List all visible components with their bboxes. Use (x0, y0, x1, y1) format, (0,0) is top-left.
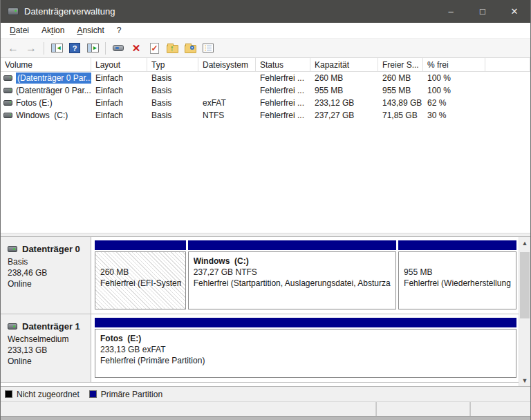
status-bar (1, 401, 530, 416)
column-header-typ[interactable]: Typ (147, 58, 198, 71)
delete-volume-button[interactable]: ✕ (128, 40, 145, 57)
forward-icon: → (26, 43, 37, 54)
volume-prozent-frei: 100 % (423, 86, 485, 95)
volume-status: Fehlerfrei ... (256, 73, 310, 83)
partition-recovery[interactable]: 955 MB Fehlerfrei (Wiederherstellung (398, 240, 516, 309)
forward-button[interactable]: → (23, 40, 39, 57)
partition-efi[interactable]: 260 MB Fehlerfrei (EFI-System (95, 240, 186, 309)
volume-row-efi[interactable]: (Datenträger 0 Par... Einfach Basis Fehl… (1, 72, 530, 84)
volume-kapazitaet: 237,27 GB (310, 111, 378, 120)
delete-volume-icon: ✕ (132, 43, 141, 53)
volume-row-recovery[interactable]: (Datenträger 0 Par... Einfach Basis Fehl… (1, 84, 530, 97)
partition-name (100, 256, 181, 267)
menu-ansicht[interactable]: Ansicht (71, 23, 110, 38)
volume-layout: Einfach (91, 98, 147, 108)
volume-dateisystem: exFAT (198, 98, 256, 108)
column-header-freier-speicher[interactable]: Freier S... (378, 58, 423, 71)
partition-color-bar (95, 240, 186, 250)
disk-0-label-box[interactable]: Datenträger 0 Basis 238,46 GB Online (1, 237, 91, 314)
disk-icon (8, 246, 17, 252)
disk-1-label-box[interactable]: Datenträger 1 Wechselmedium 233,13 GB On… (1, 314, 91, 382)
explore-button[interactable] (182, 40, 198, 57)
partition-status: Fehlerfrei (Primäre Partition) (100, 355, 512, 366)
column-header-kapazitaet[interactable]: Kapazität (310, 58, 378, 71)
details-view-button[interactable] (200, 40, 216, 57)
disk-type: Wechselmedium (8, 334, 88, 345)
partition-status: Fehlerfrei (EFI-System (100, 278, 181, 289)
scrollbar-thumb[interactable] (520, 252, 530, 318)
volume-name: (Datenträger 0 Par... (16, 73, 91, 84)
volume-prozent-frei: 100 % (423, 73, 485, 83)
disk-1-partitions: Fotos (E:) 233,13 GB exFAT Fehlerfrei (P… (91, 314, 519, 382)
volume-row-fotos[interactable]: Fotos (E:) Einfach Basis exFAT Fehlerfre… (1, 97, 530, 109)
partition-size: 233,13 GB exFAT (100, 344, 512, 355)
show-action-pane-button[interactable]: ▸ (84, 40, 101, 57)
volume-row-windows[interactable]: Windows (C:) Einfach Basis NTFS Fehlerfr… (1, 109, 530, 122)
volume-icon (3, 88, 12, 93)
volume-icon (3, 75, 12, 81)
vertical-scrollbar[interactable]: ▲ ▼ (519, 237, 530, 386)
partition-status: Fehlerfrei (Startpartition, Auslagerungs… (194, 278, 391, 289)
export-button[interactable]: ↑ (164, 40, 180, 57)
partition-fotos-e[interactable]: Fotos (E:) 233,13 GB exFAT Fehlerfrei (P… (95, 318, 516, 378)
disk-name: Datenträger 1 (22, 321, 80, 332)
volume-freier-speicher: 71,85 GB (378, 111, 423, 120)
partition-windows-c[interactable]: Windows (C:) 237,27 GB NTFS Fehlerfrei (… (188, 240, 396, 309)
status-pane-main (1, 402, 376, 416)
column-header-prozent-frei[interactable]: % frei (423, 58, 485, 71)
partition-color-bar (188, 240, 396, 250)
device-properties-icon (113, 45, 124, 51)
minimize-button[interactable]: – (435, 0, 467, 23)
toolbar: ← → ◂ ? ▸ ✕ ✓ ↑ (1, 39, 530, 58)
details-view-icon (203, 44, 214, 52)
volume-prozent-frei: 62 % (423, 98, 485, 108)
titlebar: Datenträgerverwaltung – □ ✕ (1, 0, 530, 23)
column-header-layout[interactable]: Layout (91, 58, 147, 71)
task-check-button[interactable]: ✓ (146, 40, 162, 57)
show-console-tree-icon: ◂ (51, 44, 63, 52)
volume-typ: Basis (147, 111, 198, 120)
volume-prozent-frei: 30 % (423, 111, 485, 120)
maximize-button[interactable]: □ (467, 0, 499, 23)
disk-management-app-icon (8, 8, 19, 15)
menu-aktion[interactable]: Aktion (35, 23, 71, 38)
back-button[interactable]: ← (5, 40, 21, 57)
partition-status: Fehlerfrei (Wiederherstellung (404, 278, 512, 289)
scrollbar-down-icon[interactable]: ▼ (519, 374, 530, 386)
device-properties-button[interactable] (110, 40, 127, 57)
volume-icon (3, 100, 12, 106)
show-console-tree-button[interactable]: ◂ (48, 40, 65, 57)
column-header-empty (485, 58, 530, 71)
volume-list-header: Volume Layout Typ Dateisystem Status Kap… (1, 58, 530, 72)
volume-freier-speicher: 143,89 GB (378, 98, 423, 108)
volume-layout: Einfach (91, 73, 147, 83)
volume-layout: Einfach (91, 111, 147, 120)
legend-label: Primäre Partition (101, 390, 162, 399)
disk-management-window: Datenträgerverwaltung – □ ✕ Datei Aktion… (0, 0, 531, 420)
volume-name: (Datenträger 0 Par... (16, 86, 91, 95)
disk-capacity: 238,46 GB (8, 267, 88, 278)
toolbar-separator (44, 42, 44, 55)
unallocated-swatch (5, 390, 12, 398)
menu-help[interactable]: ? (111, 23, 128, 38)
legend-bar: Nicht zugeordnet Primäre Partition (1, 386, 530, 401)
volume-kapazitaet: 955 MB (310, 86, 378, 95)
column-header-status[interactable]: Status (256, 58, 310, 71)
help-button[interactable]: ? (66, 40, 83, 57)
volume-freier-speicher: 260 MB (378, 73, 423, 83)
close-button[interactable]: ✕ (499, 0, 530, 23)
scrollbar-up-icon[interactable]: ▲ (519, 237, 530, 249)
volume-dateisystem: NTFS (198, 111, 256, 120)
toolbar-separator (105, 42, 106, 55)
menu-datei[interactable]: Datei (3, 23, 35, 38)
primary-partition-swatch (89, 390, 97, 398)
volume-name: Fotos (E:) (16, 98, 53, 108)
column-header-dateisystem[interactable]: Dateisystem (198, 58, 256, 71)
legend-label: Nicht zugeordnet (17, 390, 80, 399)
volume-status: Fehlerfrei ... (256, 86, 310, 95)
disk-status: Online (8, 356, 88, 367)
disk-icon (8, 323, 17, 330)
column-header-volume[interactable]: Volume (1, 58, 91, 71)
partition-name: Fotos (E:) (100, 333, 512, 344)
volume-typ: Basis (147, 73, 198, 83)
